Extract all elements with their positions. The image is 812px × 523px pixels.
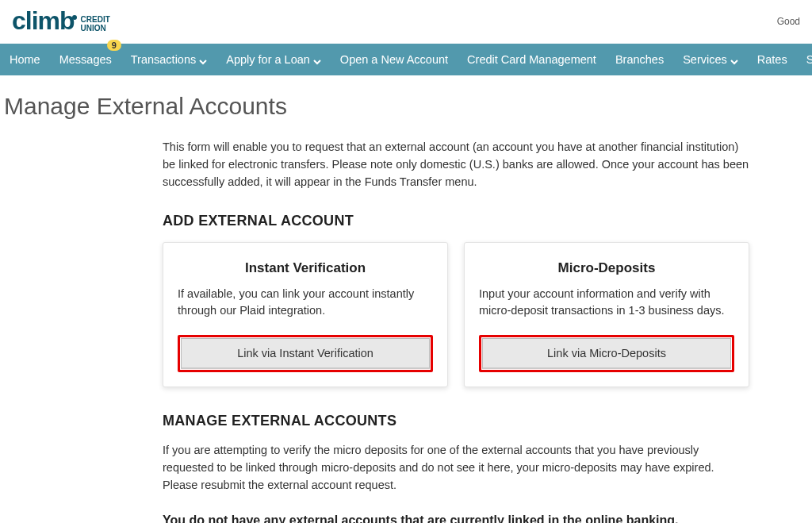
button-highlight: Link via Micro-Deposits — [479, 335, 734, 372]
card-description: If available, you can link your account … — [178, 286, 433, 321]
nav-transactions[interactable]: Transactions — [121, 44, 216, 75]
nav-apply-loan-label: Apply for a Loan — [226, 53, 310, 66]
nav-messages-label: Messages — [59, 53, 112, 66]
card-title: Micro-Deposits — [479, 260, 734, 276]
chevron-down-icon — [313, 56, 321, 63]
micro-deposits-card: Micro-Deposits Input your account inform… — [464, 242, 749, 387]
nav-apply-loan[interactable]: Apply for a Loan — [216, 44, 331, 75]
header: climb CREDIT UNION Good — [0, 0, 812, 44]
page-title: Manage External Accounts — [0, 75, 812, 139]
nav-services[interactable]: Services — [673, 44, 748, 75]
nav-settings-label: Settings — [806, 53, 812, 66]
nav-messages[interactable]: Messages 9 — [50, 44, 121, 75]
greeting-text: Good — [777, 16, 800, 27]
chevron-down-icon — [730, 56, 738, 63]
nav-credit-card[interactable]: Credit Card Management — [458, 44, 606, 75]
messages-badge: 9 — [107, 40, 121, 51]
main-navbar: Home Messages 9 Transactions Apply for a… — [0, 44, 812, 75]
chevron-down-icon — [199, 56, 207, 63]
add-external-heading: ADD EXTERNAL ACCOUNT — [163, 213, 749, 229]
card-title: Instant Verification — [178, 260, 433, 276]
logo[interactable]: climb CREDIT UNION — [12, 6, 110, 36]
manage-description: If you are attempting to verify the micr… — [163, 442, 749, 494]
logo-text: climb — [12, 6, 77, 36]
no-accounts-message: You do not have any external accounts th… — [163, 513, 749, 524]
link-instant-verification-button[interactable]: Link via Instant Verification — [181, 338, 430, 369]
nav-settings[interactable]: Settings — [797, 44, 812, 75]
intro-text: This form will enable you to request tha… — [163, 139, 749, 190]
nav-branches[interactable]: Branches — [606, 44, 673, 75]
manage-external-heading: MANAGE EXTERNAL ACCOUNTS — [163, 413, 749, 429]
link-micro-deposits-button[interactable]: Link via Micro-Deposits — [482, 338, 731, 369]
main-content: This form will enable you to request tha… — [163, 139, 765, 523]
button-highlight: Link via Instant Verification — [178, 335, 433, 372]
card-description: Input your account information and verif… — [479, 286, 734, 321]
instant-verification-card: Instant Verification If available, you c… — [163, 242, 448, 387]
cards-row: Instant Verification If available, you c… — [163, 242, 749, 387]
nav-rates[interactable]: Rates — [748, 44, 797, 75]
nav-services-label: Services — [683, 53, 727, 66]
nav-open-account[interactable]: Open a New Account — [331, 44, 458, 75]
logo-subtitle: CREDIT UNION — [81, 15, 110, 33]
nav-transactions-label: Transactions — [131, 53, 196, 66]
nav-home[interactable]: Home — [0, 44, 50, 75]
